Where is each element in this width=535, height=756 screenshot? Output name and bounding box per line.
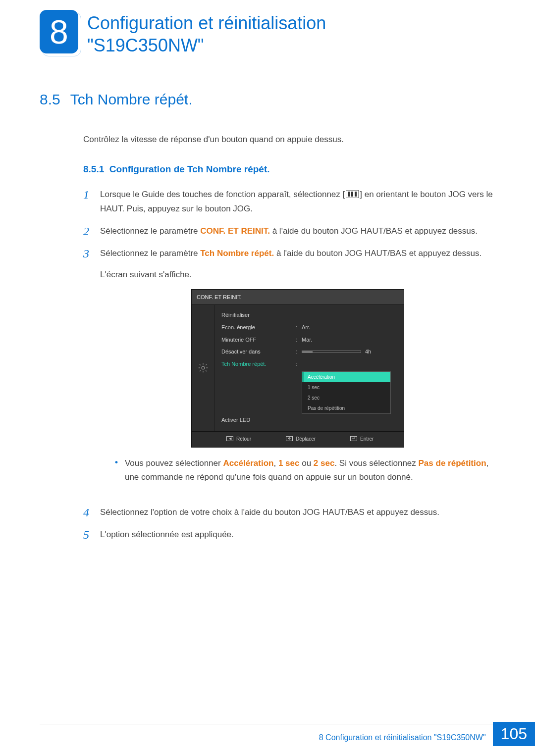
section-intro: Contrôlez la vitesse de réponse d'un bou… <box>83 133 495 146</box>
chapter-number-badge: 8 <box>40 10 78 53</box>
osd-row-tch: Tch Nombre répét. : <box>214 358 404 370</box>
subsection-number: 8.5.1 <box>83 164 104 174</box>
step-subtext: L'écran suivant s'affiche. <box>100 268 495 282</box>
osd-footer-deplacer: ✥Déplacer <box>286 435 316 443</box>
chapter-header: 8 Configuration et réinitialisation "S19… <box>40 10 495 56</box>
step-number: 2 <box>83 224 93 239</box>
osd-row-desactiver: Désactiver dans : 4h <box>214 346 404 358</box>
steps-list: 1 Lorsque le Guide des touches de foncti… <box>83 188 495 542</box>
section-heading: 8.5Tch Nombre répét. <box>40 91 495 108</box>
subsection-title: Configuration de Tch Nombre répét. <box>109 164 270 174</box>
osd-title: CONF. ET REINIT. <box>192 290 404 305</box>
step-body: Sélectionnez le paramètre Tch Nombre rép… <box>100 247 495 498</box>
chapter-title-line1: Configuration et réinitialisation <box>87 13 326 33</box>
osd-footer-retour: ◀Retour <box>226 435 251 443</box>
back-icon: ◀ <box>226 436 233 441</box>
step-2: 2 Sélectionnez le paramètre CONF. ET REI… <box>83 224 495 239</box>
highlight-conf-reinit: CONF. ET REINIT. <box>200 226 270 236</box>
step-number: 4 <box>83 505 93 520</box>
step-number: 5 <box>83 528 93 542</box>
osd-option-acceleration: Accélération <box>302 372 390 382</box>
osd-row-econ: Econ. énergie : Arr. <box>214 321 404 334</box>
chapter-title: Configuration et réinitialisation "S19C3… <box>87 10 326 56</box>
osd-row-minuterie: Minuterie OFF : Mar. <box>214 334 404 346</box>
subsection-heading: 8.5.1 Configuration de Tch Nombre répét. <box>83 164 495 175</box>
svg-point-4 <box>202 367 205 370</box>
osd-row-led: Activer LED <box>214 414 404 426</box>
osd-slider <box>302 351 361 353</box>
step-body: Sélectionnez le paramètre CONF. ET REINI… <box>100 224 495 239</box>
step-1: 1 Lorsque le Guide des touches de foncti… <box>83 188 495 216</box>
chapter-title-line2: "S19C350NW" <box>87 35 204 55</box>
menu-icon <box>345 188 360 202</box>
osd-rows: Réinitialiser Econ. énergie : Arr. Minut… <box>214 305 404 431</box>
section-number: 8.5 <box>40 91 60 107</box>
svg-rect-1 <box>348 192 350 197</box>
step-3: 3 Sélectionnez le paramètre Tch Nombre r… <box>83 247 495 498</box>
bullet-icon: • <box>115 456 118 485</box>
step-5: 5 L'option sélectionnée est appliquée. <box>83 528 495 542</box>
highlight-tch-nombre: Tch Nombre répét. <box>200 249 274 258</box>
bullet-text: Vous pouvez sélectionner Accélération, 1… <box>125 456 495 485</box>
osd-dropdown: Accélération 1 sec 2 sec Pas de répétiti… <box>302 371 391 414</box>
osd-gear-icon <box>192 305 214 431</box>
step-number: 1 <box>83 188 93 216</box>
osd-option-2sec: 2 sec <box>302 393 390 403</box>
move-icon: ✥ <box>286 436 293 441</box>
osd-row-reinit: Réinitialiser <box>214 309 404 321</box>
osd-panel: CONF. ET REINIT. Réinitialiser <box>191 289 404 448</box>
osd-footer: ◀Retour ✥Déplacer ↵Entrer <box>192 431 404 447</box>
svg-rect-3 <box>355 192 357 197</box>
osd-footer-entrer: ↵Entrer <box>350 435 374 443</box>
footer-bar: 8 Configuration et réinitialisation "S19… <box>0 722 535 746</box>
step-4: 4 Sélectionnez l'option de votre choix à… <box>83 505 495 520</box>
step-number: 3 <box>83 247 93 498</box>
svg-rect-2 <box>351 192 353 197</box>
osd-option-1sec: 1 sec <box>302 382 390 393</box>
enter-icon: ↵ <box>350 436 357 441</box>
osd-option-no-repeat: Pas de répétition <box>302 403 390 413</box>
footer-page-number: 105 <box>493 722 535 746</box>
step-body: Lorsque le Guide des touches de fonction… <box>100 188 495 216</box>
step-body: Sélectionnez l'option de votre choix à l… <box>100 505 495 520</box>
section-title: Tch Nombre répét. <box>70 91 193 107</box>
step-body: L'option sélectionnée est appliquée. <box>100 528 495 542</box>
footer-text: 8 Configuration et réinitialisation "S19… <box>319 726 493 742</box>
bullet-note: • Vous pouvez sélectionner Accélération,… <box>115 456 495 485</box>
